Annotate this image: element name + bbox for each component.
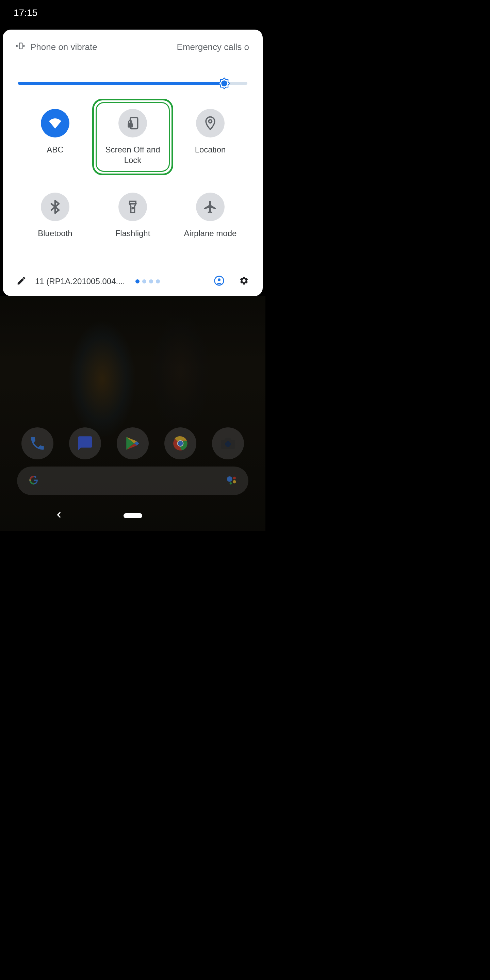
svg-rect-8 [127,123,133,127]
svg-point-17 [225,441,231,447]
svg-point-6 [221,80,227,86]
vibrate-icon [16,41,25,53]
tile-label: Bluetooth [38,228,72,239]
vibrate-label: Phone on vibrate [30,42,97,52]
svg-point-19 [233,477,236,479]
tile-label: Location [195,144,226,155]
qs-tile-screen-lock[interactable]: Screen Off and Lock [94,109,172,165]
airplane-icon [196,192,224,221]
back-icon[interactable] [54,511,63,520]
qs-tile-wifi[interactable]: ABC [16,109,94,165]
svg-point-16 [178,441,183,446]
page-indicator [135,279,160,283]
svg-point-20 [233,480,236,484]
google-logo-icon [27,474,40,488]
screen-lock-icon [118,109,147,137]
qs-tile-bluetooth[interactable]: Bluetooth [16,192,94,239]
qs-tile-location[interactable]: Location [172,109,249,165]
svg-point-11 [132,208,134,209]
bluetooth-icon [41,192,69,221]
brightness-thumb-icon[interactable] [218,77,231,90]
qs-tiles-grid: ABC Screen Off and Lock Location [16,109,249,239]
navigation-bar [0,509,266,522]
phone-app-icon[interactable] [21,427,53,460]
tile-label: Flashlight [115,228,150,239]
tile-label: Screen Off and Lock [99,144,167,165]
qs-footer: 11 (RP1A.201005.004.... [16,275,249,288]
messages-app-icon[interactable] [69,427,101,460]
svg-point-9 [208,120,212,123]
qs-tile-airplane[interactable]: Airplane mode [172,192,249,239]
location-icon [196,109,224,137]
svg-point-21 [230,482,232,484]
home-dock [0,427,266,460]
quick-settings-panel: Phone on vibrate Emergency calls o ABC [3,30,263,296]
user-icon[interactable] [214,275,224,288]
edit-icon[interactable] [16,275,27,287]
svg-point-18 [227,476,232,482]
chrome-app-icon[interactable] [164,427,196,460]
qs-header: Phone on vibrate Emergency calls o [16,41,249,53]
camera-app-icon[interactable] [212,427,244,460]
flashlight-icon [118,192,147,221]
brightness-slider[interactable] [16,78,249,89]
assistant-icon[interactable] [225,474,238,488]
qs-tile-flashlight[interactable]: Flashlight [94,192,172,239]
play-store-icon[interactable] [117,427,149,460]
build-version-label: 11 (RP1A.201005.004.... [35,277,125,286]
svg-point-13 [218,278,221,281]
settings-icon[interactable] [238,275,249,288]
status-bar-time: 17:15 [14,8,37,18]
home-wallpaper [0,296,266,531]
google-search-bar[interactable] [17,466,248,495]
tile-label: ABC [47,144,63,155]
wifi-icon [41,109,69,137]
home-gesture-pill[interactable] [124,513,142,518]
emergency-calls-label: Emergency calls o [177,42,249,52]
tile-label: Airplane mode [184,228,237,239]
svg-rect-0 [19,43,22,49]
